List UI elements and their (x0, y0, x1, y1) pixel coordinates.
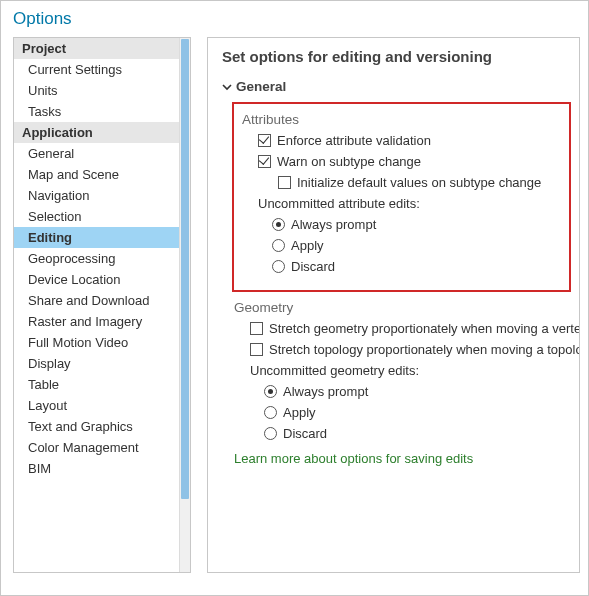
panel-heading: Set options for editing and versioning (222, 48, 579, 65)
general-expander[interactable]: General (222, 79, 579, 94)
attributes-title: Attributes (242, 112, 561, 127)
radio-icon (272, 239, 285, 252)
checkbox-label: Stretch geometry proportionately when mo… (269, 321, 580, 336)
sidebar-item-units[interactable]: Units (14, 80, 179, 101)
general-expander-label: General (236, 79, 286, 94)
attributes-highlight: Attributes Enforce attribute validation … (232, 102, 571, 292)
sidebar-scroll-thumb[interactable] (181, 39, 189, 499)
sidebar-item-editing[interactable]: Editing (14, 227, 179, 248)
uncommitted-geom-label: Uncommitted geometry edits: (250, 363, 571, 378)
learn-more-link[interactable]: Learn more about options for saving edit… (234, 451, 579, 466)
sidebar-item-current-settings[interactable]: Current Settings (14, 59, 179, 80)
sidebar-item-share-and-download[interactable]: Share and Download (14, 290, 179, 311)
enforce-attribute-validation-checkbox[interactable]: Enforce attribute validation (258, 133, 561, 148)
checkbox-label: Initialize default values on subtype cha… (297, 175, 541, 190)
geometry-group: Geometry Stretch geometry proportionatel… (234, 300, 571, 441)
attr-discard-radio[interactable]: Discard (272, 259, 561, 274)
uncommitted-attr-label: Uncommitted attribute edits: (258, 196, 561, 211)
radio-icon (264, 427, 277, 440)
radio-icon (272, 218, 285, 231)
dialog-title: Options (1, 1, 588, 35)
sidebar-item-tasks[interactable]: Tasks (14, 101, 179, 122)
geometry-title: Geometry (234, 300, 571, 315)
sidebar-item-table[interactable]: Table (14, 374, 179, 395)
radio-icon (264, 406, 277, 419)
options-panel: Set options for editing and versioning G… (207, 37, 580, 573)
attr-apply-radio[interactable]: Apply (272, 238, 561, 253)
geom-always-prompt-radio[interactable]: Always prompt (264, 384, 571, 399)
category-sidebar: ProjectCurrent SettingsUnitsTasksApplica… (13, 37, 191, 573)
radio-label: Always prompt (283, 384, 368, 399)
radio-label: Apply (291, 238, 324, 253)
sidebar-item-selection[interactable]: Selection (14, 206, 179, 227)
sidebar-item-bim[interactable]: BIM (14, 458, 179, 479)
radio-icon (272, 260, 285, 273)
checkbox-icon (278, 176, 291, 189)
radio-icon (264, 385, 277, 398)
geom-apply-radio[interactable]: Apply (264, 405, 571, 420)
stretch-topology-checkbox[interactable]: Stretch topology proportionately when mo… (250, 342, 571, 357)
chevron-down-icon (222, 82, 232, 92)
checkbox-icon (250, 322, 263, 335)
checkbox-label: Enforce attribute validation (277, 133, 431, 148)
sidebar-scrollbar[interactable] (179, 38, 190, 572)
sidebar-item-navigation[interactable]: Navigation (14, 185, 179, 206)
radio-label: Apply (283, 405, 316, 420)
radio-label: Discard (283, 426, 327, 441)
sidebar-item-general[interactable]: General (14, 143, 179, 164)
sidebar-item-layout[interactable]: Layout (14, 395, 179, 416)
checkbox-icon (250, 343, 263, 356)
geom-discard-radio[interactable]: Discard (264, 426, 571, 441)
sidebar-header: Project (14, 38, 179, 59)
attr-always-prompt-radio[interactable]: Always prompt (272, 217, 561, 232)
sidebar-item-raster-and-imagery[interactable]: Raster and Imagery (14, 311, 179, 332)
checkbox-label: Warn on subtype change (277, 154, 421, 169)
init-default-values-checkbox[interactable]: Initialize default values on subtype cha… (278, 175, 561, 190)
sidebar-item-display[interactable]: Display (14, 353, 179, 374)
stretch-geometry-checkbox[interactable]: Stretch geometry proportionately when mo… (250, 321, 571, 336)
sidebar-item-map-and-scene[interactable]: Map and Scene (14, 164, 179, 185)
radio-label: Discard (291, 259, 335, 274)
sidebar-header: Application (14, 122, 179, 143)
checkbox-label: Stretch topology proportionately when mo… (269, 342, 580, 357)
checkbox-icon (258, 134, 271, 147)
warn-subtype-change-checkbox[interactable]: Warn on subtype change (258, 154, 561, 169)
sidebar-item-full-motion-video[interactable]: Full Motion Video (14, 332, 179, 353)
sidebar-item-color-management[interactable]: Color Management (14, 437, 179, 458)
sidebar-item-text-and-graphics[interactable]: Text and Graphics (14, 416, 179, 437)
radio-label: Always prompt (291, 217, 376, 232)
options-dialog: Options ProjectCurrent SettingsUnitsTask… (0, 0, 589, 596)
sidebar-item-device-location[interactable]: Device Location (14, 269, 179, 290)
sidebar-item-geoprocessing[interactable]: Geoprocessing (14, 248, 179, 269)
checkbox-icon (258, 155, 271, 168)
